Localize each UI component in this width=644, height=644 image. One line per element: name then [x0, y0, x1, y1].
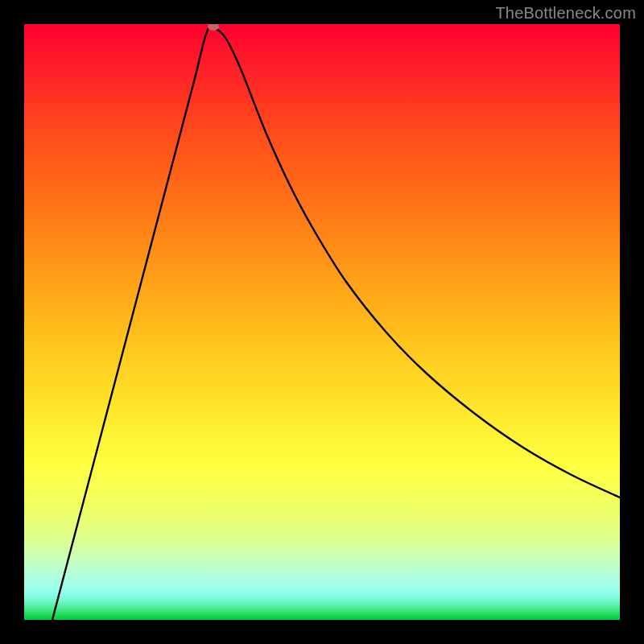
plot-area	[24, 24, 620, 620]
bottleneck-curve	[52, 25, 620, 620]
watermark-text: TheBottleneck.com	[495, 4, 636, 23]
curve-layer	[24, 24, 620, 620]
chart-frame: TheBottleneck.com	[0, 0, 644, 644]
